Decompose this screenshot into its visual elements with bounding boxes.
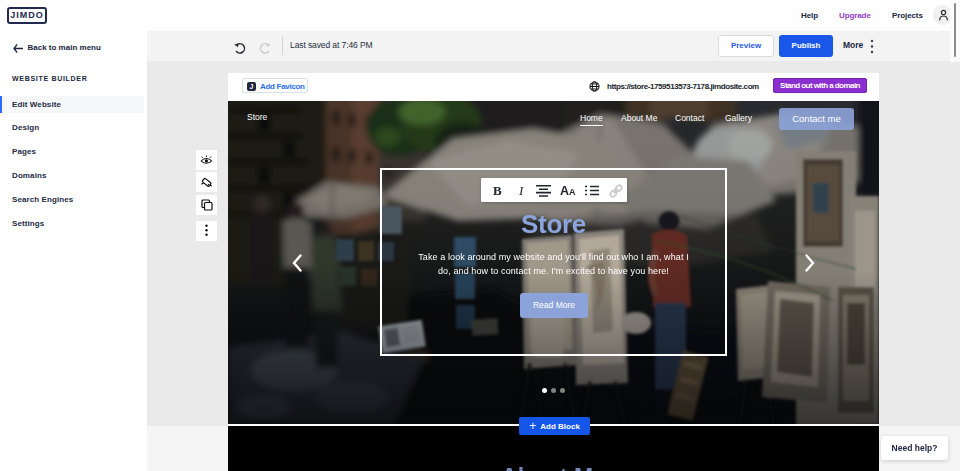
svg-text:A: A: [560, 184, 569, 198]
svg-text:I: I: [518, 183, 524, 198]
svg-text:B: B: [493, 183, 502, 198]
svg-text:A: A: [569, 187, 576, 197]
